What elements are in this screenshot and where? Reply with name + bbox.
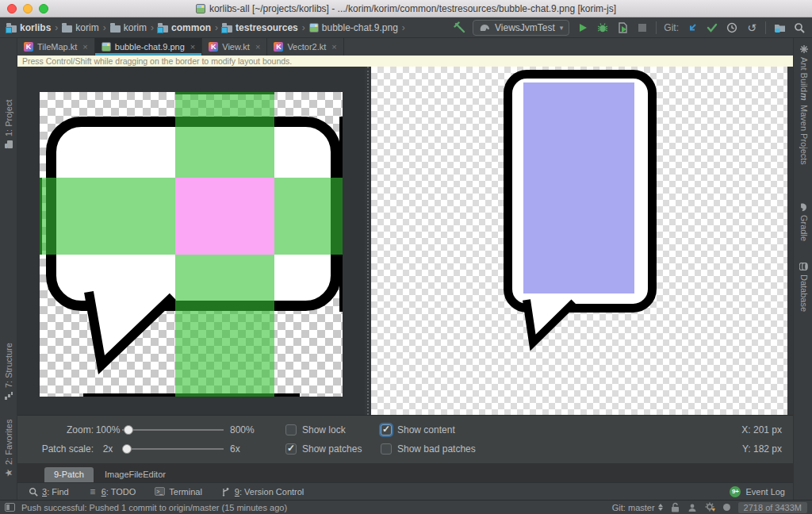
update-project-icon[interactable]: [686, 21, 699, 34]
patch-scale-value: 2x: [94, 443, 122, 455]
source-folder-icon: [222, 25, 232, 33]
show-content-checkbox[interactable]: [381, 424, 392, 435]
toolwindow-todo[interactable]: ≡ 6: TODO: [88, 487, 136, 497]
run-configuration-select[interactable]: ViewsJvmTest ▾: [473, 20, 569, 36]
tab-bubble-chat-9-png[interactable]: bubble-chat.9.png ×: [95, 38, 203, 56]
minimize-window-button[interactable]: [23, 4, 33, 13]
status-indicator-dot: [723, 504, 730, 511]
close-icon[interactable]: ×: [331, 42, 336, 52]
toolwindow-find[interactable]: 3: Find: [29, 487, 69, 497]
list-icon: ≡: [88, 487, 98, 497]
tab-view-kt[interactable]: K View.kt ×: [202, 38, 267, 56]
breadcrumb-separator: ›: [102, 22, 107, 33]
panel-splitter[interactable]: [365, 67, 371, 415]
show-lock-option[interactable]: Show lock: [285, 424, 377, 435]
sidebar-item-gradle[interactable]: Gradle: [798, 202, 810, 241]
rollback-icon[interactable]: ↺: [745, 21, 758, 34]
zoom-max-label: 800%: [230, 424, 265, 435]
update-gear-icon[interactable]: [705, 502, 715, 512]
breadcrumb-item-korlibs[interactable]: korlibs: [6, 22, 51, 33]
git-toolbar-label: Git:: [664, 22, 679, 33]
show-bad-patches-option[interactable]: Show bad patches: [381, 443, 500, 455]
show-content-option[interactable]: Show content: [381, 424, 500, 435]
ide-window: korlibs-all [~/projects/korlibs] - .../k…: [0, 0, 812, 514]
stop-button[interactable]: [636, 21, 649, 34]
nine-patch-source-panel[interactable]: [17, 67, 365, 415]
preview-content-region: [523, 82, 634, 293]
editor-mode-tabs: 9-Patch ImageFileEditor: [17, 463, 793, 482]
close-icon[interactable]: ×: [255, 42, 260, 52]
breadcrumb-separator: ›: [150, 22, 155, 33]
sidebar-item-favorites[interactable]: ★ 2: Favorites: [2, 420, 15, 478]
breadcrumb-item-common[interactable]: common: [158, 22, 211, 33]
nine-patch-preview-panel[interactable]: [371, 67, 793, 415]
show-bad-patches-checkbox[interactable]: [381, 443, 392, 455]
build-hammer-icon[interactable]: [453, 21, 465, 34]
commit-check-icon[interactable]: [706, 21, 718, 34]
patch-scale-slider[interactable]: [122, 443, 224, 455]
breadcrumb-item-korim[interactable]: korim: [62, 22, 98, 33]
sidebar-item-database[interactable]: Database: [798, 262, 810, 312]
bubble-preview-image: [371, 67, 787, 415]
kotlin-file-icon: K: [24, 42, 33, 52]
zoom-label: Zoom:: [17, 424, 94, 435]
patch-scale-label: Patch scale:: [17, 443, 94, 455]
debug-bug-icon[interactable]: [596, 21, 609, 34]
toolwindow-terminal[interactable]: >_ Terminal: [155, 487, 202, 497]
breadcrumb-separator: ›: [214, 22, 219, 33]
memory-indicator[interactable]: 2718 of 3433M: [738, 502, 807, 513]
history-clock-icon[interactable]: [726, 21, 738, 34]
left-tool-stripe: 1: Project 7: Structure ★ 2: Favorites: [0, 38, 17, 500]
close-icon[interactable]: ×: [190, 42, 195, 52]
ant-icon: [799, 44, 809, 54]
show-patches-option[interactable]: Show patches: [285, 443, 377, 455]
project-folder-icon: [4, 140, 13, 149]
sidebar-item-ant-build[interactable]: Ant Build: [798, 44, 810, 92]
sidebar-item-project[interactable]: 1: Project: [2, 100, 15, 149]
zoom-slider[interactable]: [122, 424, 224, 435]
toggle-toolwindows-icon[interactable]: [5, 503, 15, 512]
cursor-x-coordinate: X: 201 px: [731, 424, 782, 435]
window-controls: [7, 4, 48, 13]
project-structure-icon[interactable]: [773, 21, 786, 34]
search-icon: [29, 487, 38, 497]
lock-icon[interactable]: [671, 502, 680, 512]
gradle-icon: [479, 24, 490, 32]
fullscreen-window-button[interactable]: [39, 4, 48, 13]
patch-scale-max-label: 6x: [230, 443, 265, 455]
run-button[interactable]: [576, 21, 589, 34]
git-branch-widget[interactable]: Git: master: [612, 503, 663, 512]
tool-window-bar: 3: Find ≡ 6: TODO >_ Terminal 9: Version…: [17, 482, 793, 500]
breadcrumb-item-file[interactable]: bubble-chat.9.png: [309, 22, 398, 33]
transparency-checkerboard: [371, 67, 787, 415]
tab-vector2-kt[interactable]: K Vector2.kt ×: [267, 38, 343, 56]
tab-tilemap-kt[interactable]: K TileMap.kt ×: [17, 38, 95, 56]
sidebar-item-structure[interactable]: 7: Structure: [2, 343, 15, 401]
close-icon[interactable]: ×: [82, 42, 87, 52]
run-with-coverage-icon[interactable]: [616, 21, 629, 34]
show-patches-checkbox[interactable]: [285, 443, 297, 455]
terminal-icon: >_: [155, 487, 165, 496]
event-log-button[interactable]: 9+ Event Log: [730, 486, 785, 497]
user-profile-icon[interactable]: [688, 503, 697, 512]
tab-9-patch[interactable]: 9-Patch: [44, 467, 94, 482]
status-message[interactable]: Push successful: Pushed 1 commit to orig…: [21, 503, 287, 512]
chevron-down-icon: ▾: [560, 24, 564, 32]
breadcrumb-separator: ›: [401, 22, 406, 33]
toolwindow-version-control[interactable]: 9: Version Control: [221, 487, 304, 497]
status-bar: Push successful: Pushed 1 commit to orig…: [0, 500, 812, 514]
toolbar-separator: [656, 21, 657, 34]
breadcrumb-item-korim2[interactable]: korim: [110, 22, 147, 33]
folder-icon: [62, 25, 72, 33]
search-everywhere-icon[interactable]: [793, 21, 806, 34]
close-window-button[interactable]: [7, 4, 17, 13]
event-count-badge: 9+: [730, 486, 741, 497]
zoom-slider-thumb[interactable]: [124, 425, 133, 435]
window-file-icon: [196, 4, 205, 13]
sidebar-item-maven-projects[interactable]: m Maven Projects: [798, 92, 810, 165]
show-lock-checkbox[interactable]: [285, 424, 297, 435]
tab-image-file-editor[interactable]: ImageFileEditor: [95, 467, 175, 482]
patch-scale-slider-thumb[interactable]: [122, 444, 132, 454]
breadcrumb-item-testresources[interactable]: testresources: [222, 22, 298, 33]
image-file-icon: [309, 23, 319, 33]
